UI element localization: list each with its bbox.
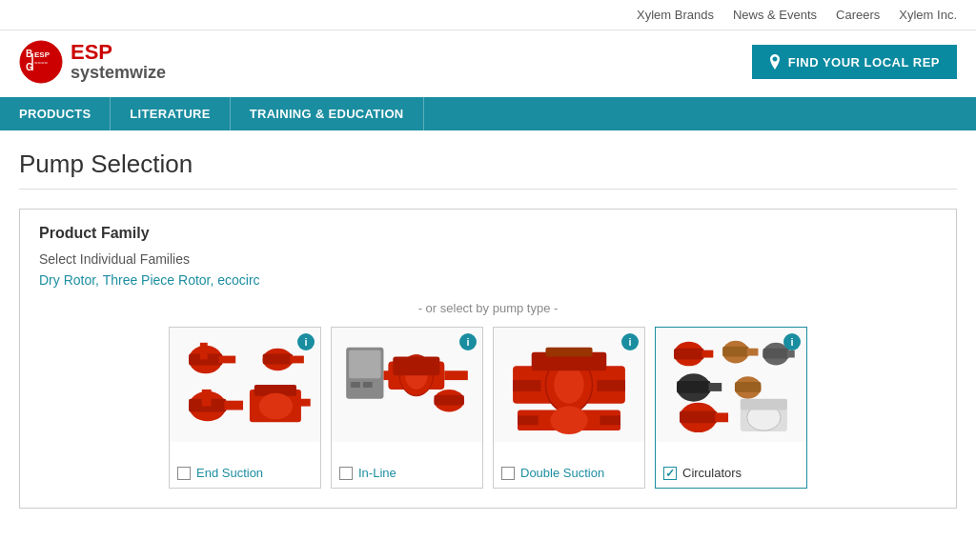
- product-family-title: Product Family: [39, 225, 937, 242]
- select-families-label: Select Individual Families: [39, 251, 937, 267]
- svg-text:G: G: [26, 62, 33, 72]
- pump-cards: i: [39, 327, 937, 489]
- svg-rect-9: [200, 343, 208, 360]
- svg-rect-23: [351, 382, 360, 388]
- location-pin-icon: [769, 54, 781, 70]
- svg-rect-37: [597, 380, 624, 391]
- logo: B ESP ==== G ESP systemwize: [19, 40, 166, 84]
- svg-rect-36: [513, 380, 540, 391]
- svg-rect-30: [383, 370, 391, 380]
- svg-rect-51: [762, 349, 788, 359]
- svg-rect-46: [702, 350, 714, 358]
- pump-card-double-suction-image: i: [494, 328, 644, 442]
- pump-card-in-line[interactable]: i: [331, 327, 483, 489]
- svg-rect-63: [741, 399, 787, 410]
- logo-systemwize-text: systemwize: [71, 64, 166, 83]
- svg-rect-43: [600, 415, 620, 425]
- info-icon-in-line[interactable]: i: [459, 333, 477, 350]
- svg-rect-20: [299, 399, 311, 407]
- pump-card-end-suction[interactable]: i: [169, 327, 321, 489]
- info-icon-end-suction[interactable]: i: [297, 333, 315, 350]
- info-icon-double-suction[interactable]: i: [621, 333, 639, 350]
- xylem-brands-link[interactable]: Xylem Brands: [637, 8, 714, 22]
- main-nav: PRODUCTS LITERATURE TRAINING & EDUCATION: [0, 97, 976, 130]
- families-link[interactable]: Dry Rotor, Three Piece Rotor, ecocirc: [39, 272, 260, 288]
- svg-rect-39: [545, 348, 592, 357]
- product-family-section: Product Family Select Individual Familie…: [19, 209, 957, 509]
- info-icon-circulators[interactable]: i: [783, 333, 801, 350]
- svg-rect-22: [349, 350, 380, 378]
- svg-rect-48: [722, 347, 748, 357]
- page-content: Pump Selection Product Family Select Ind…: [0, 130, 976, 509]
- svg-rect-52: [787, 350, 795, 358]
- checkmark-icon: ✓: [665, 467, 675, 480]
- svg-rect-24: [363, 382, 373, 388]
- pump-card-end-suction-image: i: [170, 328, 320, 442]
- svg-rect-42: [518, 415, 539, 425]
- top-bar: Xylem Brands News & Events Careers Xylem…: [0, 0, 976, 30]
- svg-point-35: [554, 366, 583, 403]
- pump-card-in-line-image: i: [332, 328, 482, 442]
- end-suction-label[interactable]: End Suction: [196, 466, 263, 480]
- pump-card-circulators[interactable]: i: [655, 327, 807, 489]
- header: B ESP ==== G ESP systemwize FIND YOUR LO…: [0, 30, 976, 97]
- double-suction-label[interactable]: Double Suction: [520, 466, 604, 480]
- svg-rect-16: [202, 390, 212, 407]
- svg-rect-60: [715, 412, 728, 422]
- in-line-label[interactable]: In-Line: [358, 466, 396, 480]
- svg-point-41: [550, 407, 587, 434]
- svg-rect-57: [735, 382, 761, 392]
- svg-rect-54: [677, 381, 710, 393]
- svg-rect-55: [708, 383, 722, 391]
- in-line-checkbox[interactable]: [339, 467, 353, 480]
- circulators-label[interactable]: Circulators: [682, 466, 742, 480]
- pump-card-circulators-image: i: [656, 328, 806, 442]
- svg-rect-15: [224, 401, 243, 410]
- svg-rect-59: [680, 410, 717, 423]
- pump-card-circulators-footer: ✓ Circulators: [656, 458, 806, 488]
- svg-rect-49: [747, 349, 759, 356]
- svg-rect-11: [263, 354, 293, 365]
- circulators-checkbox[interactable]: ✓: [663, 467, 677, 480]
- svg-point-19: [259, 393, 293, 419]
- svg-rect-28: [393, 357, 439, 376]
- logo-icon: B ESP ==== G: [19, 40, 63, 84]
- nav-training[interactable]: TRAINING & EDUCATION: [231, 97, 424, 130]
- pump-card-in-line-footer: In-Line: [332, 458, 482, 488]
- news-events-link[interactable]: News & Events: [733, 8, 817, 22]
- nav-literature[interactable]: LITERATURE: [111, 97, 230, 130]
- pump-card-double-suction[interactable]: i: [493, 327, 645, 489]
- page-title: Pump Selection: [19, 150, 957, 179]
- svg-rect-29: [444, 370, 468, 380]
- or-select-text: - or select by pump type -: [39, 301, 937, 315]
- find-rep-button[interactable]: FIND YOUR LOCAL REP: [752, 45, 957, 79]
- svg-rect-45: [674, 349, 703, 360]
- logo-esp-text: ESP: [71, 41, 166, 64]
- svg-rect-32: [434, 395, 463, 406]
- top-bar-links: Xylem Brands News & Events Careers Xylem…: [637, 8, 957, 22]
- end-suction-checkbox[interactable]: [177, 467, 191, 480]
- svg-text:B: B: [26, 49, 32, 59]
- xylem-inc-link[interactable]: Xylem Inc.: [899, 8, 957, 22]
- svg-text:ESP: ESP: [34, 50, 51, 59]
- svg-rect-12: [290, 356, 304, 364]
- double-suction-checkbox[interactable]: [501, 467, 515, 480]
- pump-card-double-suction-footer: Double Suction: [494, 458, 644, 488]
- pump-card-end-suction-footer: End Suction: [170, 458, 320, 488]
- svg-rect-8: [219, 356, 236, 364]
- page-divider: [19, 189, 957, 190]
- nav-products[interactable]: PRODUCTS: [0, 97, 111, 130]
- careers-link[interactable]: Careers: [836, 8, 880, 22]
- logo-text: ESP systemwize: [71, 41, 166, 83]
- svg-text:====: ====: [34, 60, 49, 66]
